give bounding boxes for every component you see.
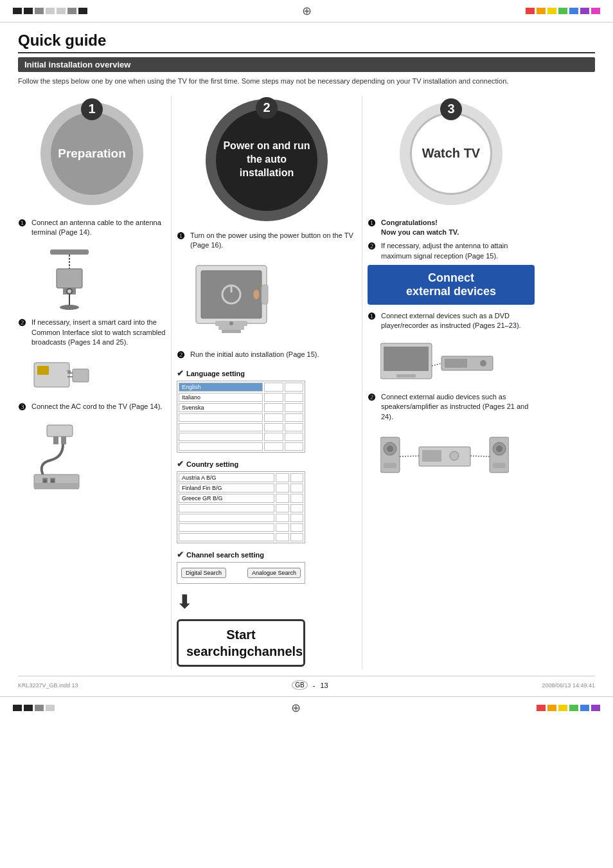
svg-rect-37 [445,359,467,368]
country-row-1: Austria A B/G [179,473,303,482]
country-row-6 [179,523,303,532]
lang-cell-italiano: Italiano [179,393,263,402]
page-num-value: 13 [320,682,328,689]
step1-column: 1 Preparation ❶ Connect an antenna cable… [18,96,166,500]
arrow-down: ⬇ [177,592,191,613]
congrats-num1: ❶ [368,218,378,229]
block5 [57,8,66,14]
lang-row-3: Svenska [179,403,303,412]
compass-icon: ⊕ [302,5,312,17]
check-mark-language: ✔ [177,368,184,378]
smartcard-diagram [31,356,95,397]
lang-cell-4b [264,413,283,422]
country-cell-4c [290,504,303,512]
lang-row-5 [179,423,303,431]
country-cell-austria: Austria A B/G [179,473,274,482]
top-bar-right-blocks [526,8,600,14]
congrats-bold: Congratulations!Now you can watch TV. [381,219,459,236]
svg-point-42 [387,446,393,452]
lang-cell-3c [285,403,303,412]
bottom-bar-left [13,705,55,711]
country-cell-7b [276,533,289,541]
color-block-red [526,8,535,14]
country-check-label: ✔ Country setting [177,459,238,469]
connect-external-box: Connectexternal devices [368,265,535,305]
svg-rect-45 [422,450,441,462]
step1-num3: ❸ [18,402,28,413]
country-cell-6a [179,523,274,532]
start-searching-text: Start searchingchannels [186,628,303,658]
audio-diagram [380,431,509,484]
color-block-pink [591,8,600,14]
footer-file: KRL3237V_GB.indd 13 [18,682,78,689]
block4 [46,8,55,14]
svg-rect-2 [57,269,82,288]
step1-item3: ❸ Connect the AC cord to the TV (Page 14… [18,402,166,413]
dvd-diagram [380,340,496,387]
lang-cell-4c [285,413,303,422]
ext-item2: ❷ Connect external audio devices such as… [368,392,535,422]
page-number-area: GB - 13 [292,680,328,690]
step1-text2: If necessary, insert a smart card into t… [31,318,166,347]
digital-search-btn[interactable]: Digital Search [181,568,226,578]
lang-cell-4a [179,413,263,422]
country-row-7 [179,533,303,541]
color-block-green [558,8,567,14]
bot-block4 [46,705,55,711]
bot-color-green [569,705,578,711]
channel-check-label: ✔ Channel search setting [177,550,264,559]
lang-cell-5b [264,423,283,431]
svg-rect-9 [37,366,49,375]
step3-title-label: Watch TV [422,146,480,161]
lang-cell-svenska: Svenska [179,403,263,412]
step3-circle-wrap: 3 Watch TV [368,96,535,212]
lang-row-7 [179,442,303,451]
country-cell-4b [276,504,289,512]
lang-cell-5a [179,423,263,431]
svg-point-7 [67,289,71,293]
intro-text: Follow the steps below one by one when u… [18,76,595,87]
congrats-num2: ❷ [368,241,378,252]
lang-cell-6a [179,433,263,441]
country-cell-7a [179,533,274,541]
lang-cell-1b [264,383,283,392]
svg-rect-43 [384,463,396,468]
analogue-search-btn[interactable]: Analogue Search [247,568,301,578]
audio-svg [380,431,509,482]
country-row-5 [179,514,303,522]
page-title: Quick guide [18,32,595,53]
svg-rect-0 [50,249,89,255]
step2-num2: ❷ [177,350,187,361]
lang-cell-6b [264,433,283,441]
tv-power-svg [190,259,273,343]
country-row-4 [179,504,303,512]
country-cell-4a [179,504,274,512]
ext-num1: ❶ [368,311,378,322]
step2-text2: Run the initial auto installation (Page … [190,350,357,359]
step1-item2: ❷ If necessary, insert a smart card into… [18,318,166,347]
step2-title-label: Power on and run the auto installation [222,140,311,179]
bot-block1 [13,705,22,711]
bottom-bar-center: ⊕ [55,701,537,715]
step2-num1: ❶ [177,231,187,242]
block1 [13,8,22,14]
country-cell-1b [276,473,289,482]
top-bar-center: ⊕ [87,4,526,18]
svg-point-32 [253,289,260,300]
lang-cell-2c [285,393,303,402]
lang-cell-7a [179,442,263,451]
lang-cell-english: English [179,383,263,392]
svg-point-49 [496,446,502,452]
color-block-orange [537,8,546,14]
ext-num2: ❷ [368,392,378,403]
antenna-diagram [31,246,108,312]
step1-circle-outer: 1 Preparation [34,96,150,212]
step2-circle-outer: 2 Power on and run the auto installation [202,96,331,224]
gb-badge: GB [292,680,307,690]
block7 [78,8,87,14]
step3-number-badge: 3 [440,98,462,120]
lang-row-2: Italiano [179,393,303,402]
channel-search-row: Digital Search Analogue Search [181,568,301,578]
svg-line-39 [432,363,441,366]
lang-row-6 [179,433,303,441]
